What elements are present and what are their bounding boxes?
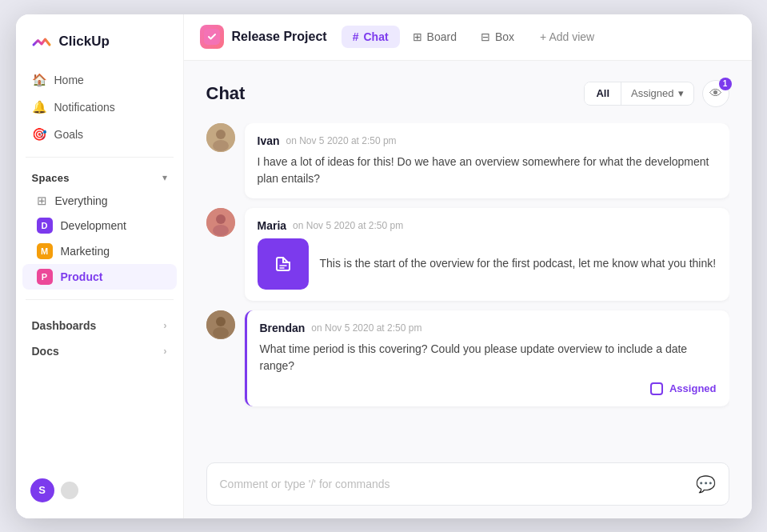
sidebar: ClickUp 🏠 Home 🔔 Notifications 🎯 Goals S… <box>16 14 184 518</box>
table-row: Maria on Nov 5 2020 at 2:50 pm This is t… <box>206 208 729 301</box>
msg-time: on Nov 5 2020 at 2:50 pm <box>293 220 403 231</box>
product-badge: P <box>37 269 53 285</box>
grid-icon: ⊞ <box>37 194 47 208</box>
msg-author: Brendan <box>260 322 306 334</box>
bottom-nav: Dashboards › Docs › <box>16 313 183 364</box>
msg-body: This is the start of the overview for th… <box>320 255 717 272</box>
box-icon: ⊟ <box>481 30 490 43</box>
page-title: Chat <box>206 83 246 104</box>
list-item: Ivan on Nov 5 2020 at 2:50 pm I have a l… <box>245 123 729 198</box>
msg-time: on Nov 5 2020 at 2:50 pm <box>286 135 397 146</box>
msg-header: Brendan on Nov 5 2020 at 2:50 pm <box>260 322 717 334</box>
logo-area: ClickUp <box>16 30 183 67</box>
bell-icon: 🔔 <box>32 100 46 114</box>
project-name: Release Project <box>232 30 327 44</box>
sidebar-item-everything[interactable]: ⊞ Everything <box>22 189 177 213</box>
tab-chat-label: Chat <box>363 30 388 43</box>
watch-button[interactable]: 👁 1 <box>702 80 729 107</box>
sidebar-item-dashboards[interactable]: Dashboards › <box>22 313 177 338</box>
svg-point-5 <box>216 214 226 224</box>
svg-point-6 <box>213 225 229 236</box>
assigned-checkbox[interactable] <box>650 382 663 395</box>
list-item: Brendan on Nov 5 2020 at 2:50 pm What ti… <box>245 310 729 406</box>
content-area: Chat All Assigned ▾ 👁 1 <box>184 61 752 518</box>
tab-board[interactable]: ⊞ Board <box>401 26 468 48</box>
table-row: Brendan on Nov 5 2020 at 2:50 pm What ti… <box>206 310 729 406</box>
comment-input-area[interactable]: Comment or type '/' for commands 💬 <box>206 462 729 506</box>
project-info: Release Project <box>200 25 327 49</box>
messages-list: Ivan on Nov 5 2020 at 2:50 pm I have a l… <box>206 123 729 450</box>
msg-header: Ivan on Nov 5 2020 at 2:50 pm <box>258 134 717 147</box>
content-header: Chat All Assigned ▾ 👁 1 <box>206 80 729 107</box>
attachment-preview[interactable] <box>258 238 309 290</box>
tab-box[interactable]: ⊟ Box <box>469 26 525 48</box>
sidebar-item-product[interactable]: P Product <box>22 264 177 290</box>
main-area: Release Project # Chat ⊞ Board ⊟ Box + A… <box>184 14 752 518</box>
svg-point-8 <box>216 317 226 326</box>
msg-header: Maria on Nov 5 2020 at 2:50 pm <box>258 219 717 232</box>
msg-body: What time period is this covering? Could… <box>260 341 717 374</box>
tab-nav: # Chat ⊞ Board ⊟ Box + Add view <box>342 26 605 48</box>
product-label: Product <box>61 270 103 283</box>
project-icon <box>200 25 224 49</box>
sidebar-item-home[interactable]: 🏠 Home <box>22 67 177 93</box>
list-item: Maria on Nov 5 2020 at 2:50 pm This is t… <box>245 208 729 301</box>
marketing-label: Marketing <box>61 245 110 258</box>
topbar: Release Project # Chat ⊞ Board ⊟ Box + A… <box>184 14 752 61</box>
svg-point-3 <box>213 140 229 151</box>
divider-1 <box>26 157 174 158</box>
notifications-label: Notifications <box>54 101 115 114</box>
msg-author: Maria <box>258 219 287 232</box>
svg-point-2 <box>216 130 226 139</box>
dropdown-chevron-icon: ▾ <box>678 87 684 99</box>
svg-point-9 <box>213 327 229 338</box>
spaces-chevron-icon: ▾ <box>162 172 167 183</box>
tab-board-label: Board <box>427 30 457 43</box>
board-icon: ⊞ <box>413 30 422 43</box>
add-view-button[interactable]: + Add view <box>530 26 604 48</box>
docs-chevron-icon: › <box>163 345 166 357</box>
filter-group: All Assigned ▾ <box>584 82 693 106</box>
goals-label: Goals <box>54 128 84 141</box>
msg-time: on Nov 5 2020 at 2:50 pm <box>311 322 421 334</box>
sidebar-item-notifications[interactable]: 🔔 Notifications <box>22 94 177 120</box>
avatar <box>206 310 235 339</box>
add-view-label: + Add view <box>540 30 594 43</box>
msg-body: I have a lot of ideas for this! Do we ha… <box>258 154 717 187</box>
hash-icon: # <box>353 30 359 43</box>
tab-box-label: Box <box>495 30 514 43</box>
sidebar-item-goals[interactable]: 🎯 Goals <box>22 122 177 147</box>
header-controls: All Assigned ▾ 👁 1 <box>584 80 729 107</box>
home-label: Home <box>54 74 84 86</box>
spaces-header[interactable]: Spaces ▾ <box>16 167 183 189</box>
docs-label: Docs <box>32 345 59 358</box>
development-label: Development <box>61 219 127 232</box>
development-badge: D <box>37 218 53 234</box>
tab-chat[interactable]: # Chat <box>342 26 400 48</box>
secondary-avatar <box>61 482 78 499</box>
filter-assigned-label: Assigned <box>631 87 673 99</box>
logo-text: ClickUp <box>59 34 110 50</box>
msg-author: Ivan <box>258 134 280 147</box>
avatar <box>206 123 235 152</box>
marketing-badge: M <box>37 243 53 259</box>
home-icon: 🏠 <box>32 73 46 87</box>
msg-with-attachment: This is the start of the overview for th… <box>258 238 717 290</box>
msg-footer: Assigned <box>260 382 717 395</box>
user-avatar[interactable]: S <box>30 478 54 502</box>
watch-badge: 1 <box>719 78 732 90</box>
filter-all-button[interactable]: All <box>585 82 621 104</box>
dashboards-label: Dashboards <box>32 319 97 332</box>
sidebar-footer: S <box>16 469 183 506</box>
sidebar-item-development[interactable]: D Development <box>22 213 177 238</box>
dashboards-chevron-icon: › <box>163 319 166 331</box>
app-container: ClickUp 🏠 Home 🔔 Notifications 🎯 Goals S… <box>16 14 752 518</box>
goal-icon: 🎯 <box>32 127 46 142</box>
table-row: Ivan on Nov 5 2020 at 2:50 pm I have a l… <box>206 123 729 198</box>
comment-placeholder: Comment or type '/' for commands <box>220 478 390 490</box>
clickup-logo-icon <box>30 30 53 53</box>
sidebar-item-docs[interactable]: Docs › <box>22 338 177 364</box>
sidebar-item-marketing[interactable]: M Marketing <box>22 238 177 264</box>
top-nav: 🏠 Home 🔔 Notifications 🎯 Goals <box>16 67 183 147</box>
filter-assigned-dropdown[interactable]: Assigned ▾ <box>621 82 693 104</box>
